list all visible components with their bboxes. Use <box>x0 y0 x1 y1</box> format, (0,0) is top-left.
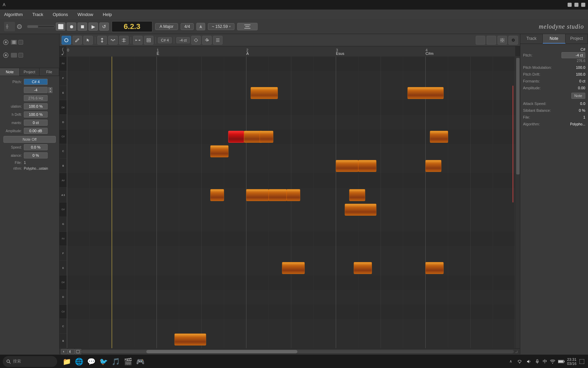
note-A3-2[interactable] <box>246 189 269 201</box>
scroll-thumb-h[interactable] <box>146 350 298 353</box>
settings-btn[interactable]: ⚙ <box>508 36 518 45</box>
tab-file[interactable]: File <box>39 68 59 76</box>
note-off-btn[interactable]: Note Off <box>3 136 56 143</box>
tool-sq-r[interactable] <box>487 36 496 45</box>
amplitude-value[interactable]: 0.00 dB <box>24 128 48 134</box>
note-E-2[interactable] <box>408 87 443 99</box>
track-btn-2a[interactable] <box>11 53 17 58</box>
tool-pencil[interactable] <box>72 36 82 45</box>
tempo-display[interactable]: ~ 152.59 ▾ <box>208 23 234 30</box>
note-A3-4[interactable] <box>349 189 365 201</box>
pitch-mod-value[interactable]: 100.0 % <box>24 103 48 109</box>
app-bird[interactable]: 🐦 <box>98 356 109 367</box>
view-controls[interactable] <box>237 23 258 30</box>
note-A3-5[interactable] <box>287 189 300 201</box>
pitch-offset-value[interactable]: -4 <box>24 87 48 93</box>
note-Elow-3[interactable] <box>426 262 444 274</box>
play-btn[interactable]: ▶ <box>88 22 98 31</box>
note-Elow-2[interactable] <box>354 262 372 274</box>
tool-waveform[interactable] <box>108 36 118 45</box>
tray-wifi[interactable] <box>549 358 556 365</box>
tool-grid-r[interactable] <box>497 36 507 45</box>
note-Csharp-2[interactable] <box>244 131 262 142</box>
maximize-btn[interactable] <box>574 3 578 7</box>
tray-battery[interactable] <box>558 358 565 365</box>
note-A3-1[interactable] <box>210 189 224 201</box>
tab-note[interactable]: Note <box>0 68 20 76</box>
minimize-btn[interactable] <box>568 3 572 7</box>
grid-canvas[interactable] <box>67 57 515 348</box>
tool-pitch[interactable] <box>97 36 107 45</box>
app-browser[interactable]: 🌐 <box>74 356 84 367</box>
search-area[interactable]: 搜索 <box>3 356 57 367</box>
app-game[interactable]: 🎮 <box>135 356 146 367</box>
pitch-down-btn[interactable]: ▼ <box>48 90 52 93</box>
tune-btn[interactable] <box>213 36 223 45</box>
pitch-drift-value[interactable]: 100.0 % <box>24 111 48 118</box>
tool-stretch[interactable] <box>144 36 153 45</box>
tray-chevron[interactable]: ∧ <box>507 358 514 365</box>
position-bar[interactable] <box>27 25 54 28</box>
right-tab-track[interactable]: Track <box>520 34 543 44</box>
note-Csharp-3[interactable] <box>260 131 273 142</box>
speed-value[interactable]: 0.0 % <box>24 144 48 150</box>
right-tab-note[interactable]: Note <box>543 34 565 44</box>
crosshair-btn[interactable] <box>191 36 201 45</box>
record-btn[interactable] <box>17 24 22 29</box>
metronome-btn[interactable] <box>196 23 205 30</box>
move-btn[interactable] <box>202 36 212 45</box>
app-video[interactable]: 🎬 <box>122 356 133 367</box>
offset-display[interactable]: -4 ct <box>176 37 190 43</box>
note-Blow-1[interactable] <box>175 334 206 345</box>
close-btn[interactable] <box>581 3 585 7</box>
tray-input-method[interactable]: 中 <box>543 358 547 365</box>
bottom-btn-2[interactable] <box>68 349 75 354</box>
menu-options[interactable]: Options <box>51 11 69 18</box>
note-B-2[interactable] <box>358 160 376 172</box>
r-pitch-offset-input[interactable]: -4 ct <box>561 52 585 58</box>
menu-window[interactable]: Window <box>76 11 95 18</box>
note-E-1[interactable] <box>251 87 278 99</box>
stop-sq-btn[interactable]: ⏹ <box>78 22 87 31</box>
menu-algorithm[interactable]: Algorithm <box>3 11 24 18</box>
tool-circle[interactable] <box>62 36 71 45</box>
pitch-display[interactable]: C# 4 <box>158 37 172 43</box>
tool-stretch-h[interactable] <box>133 36 143 45</box>
tray-mic[interactable] <box>534 358 541 365</box>
track-sq-2[interactable] <box>18 53 23 58</box>
balance-value[interactable]: 0 % <box>24 152 48 158</box>
app-audio[interactable]: 🎵 <box>110 356 121 367</box>
corner-resize[interactable] <box>514 349 519 354</box>
vertical-scrollbar[interactable] <box>515 57 520 348</box>
note-Gsharp-1[interactable] <box>345 204 376 215</box>
right-tab-project[interactable]: Project <box>566 34 588 44</box>
tab-project[interactable]: Project <box>20 68 39 76</box>
tray-volume[interactable] <box>525 358 532 365</box>
loop-btn[interactable]: ↺ <box>99 22 109 31</box>
note-A3-3[interactable] <box>269 189 287 201</box>
scroll-thumb-v[interactable] <box>516 58 520 174</box>
formants-value[interactable]: 0 ct <box>24 120 48 126</box>
tool-pointer[interactable] <box>83 36 93 45</box>
stop-btn[interactable]: ⬜ <box>56 22 65 31</box>
track-btn-1a[interactable] <box>11 40 17 45</box>
tray-network[interactable] <box>516 358 523 365</box>
pitch-up-btn[interactable]: ▲ <box>48 87 52 90</box>
record-dot-btn[interactable]: ⏺ <box>67 22 76 31</box>
note-C-1[interactable] <box>210 145 228 157</box>
note-B-1[interactable] <box>336 160 358 172</box>
scroll-track-h[interactable] <box>81 350 514 353</box>
tray-notification[interactable] <box>578 358 585 365</box>
note-Csharp-4[interactable] <box>430 131 448 142</box>
bottom-btn-3[interactable] <box>75 349 81 354</box>
app-chat[interactable]: 💬 <box>86 356 97 367</box>
key-display[interactable]: A Major <box>155 23 178 30</box>
menu-track[interactable]: Track <box>31 11 45 18</box>
note-Csharp-selected[interactable] <box>228 131 244 142</box>
tool-split-v[interactable] <box>119 36 129 45</box>
menu-help[interactable]: Help <box>101 11 113 18</box>
tool-circle-r[interactable] <box>476 36 485 45</box>
app-files[interactable]: 📁 <box>61 356 72 367</box>
note-Elow-1[interactable] <box>282 262 305 274</box>
bottom-btn-1[interactable] <box>61 349 68 354</box>
